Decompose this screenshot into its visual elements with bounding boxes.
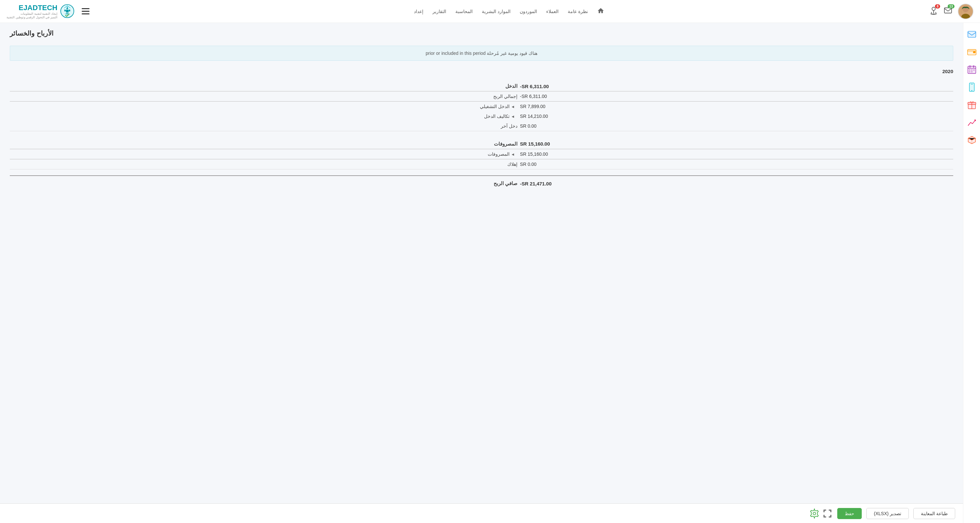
navbar: 13 8 إعداد التقارير المحاسبة الموارد الب… (0, 0, 980, 23)
logo-icon (60, 4, 75, 18)
spacer-row (10, 131, 953, 138)
info-banner-text: هناك قيود يومية غير مُرحلة prior or incl… (426, 51, 538, 56)
gross-profit-label: إجمالي الربح (10, 91, 519, 101)
page-title: الأرباح والخسائر (10, 29, 54, 37)
other-income-row: SR 0.00 دخل آخر (10, 121, 953, 131)
sidebar-gift-icon[interactable] (965, 98, 979, 112)
expand-expenses[interactable]: ◄ (511, 152, 517, 157)
income-costs-value: SR 14,210.00 (519, 111, 953, 121)
navbar-center: إعداد التقارير المحاسبة الموارد البشرية … (414, 7, 605, 15)
print-button[interactable]: طباعة المعاينة (913, 508, 955, 519)
navbar-right: 13 8 (929, 3, 974, 19)
expenses-subtotal-value: SR 15,160.00 (519, 149, 953, 159)
report-year: 2020 (10, 68, 953, 74)
net-profit-row: SR 21,471.00- صافي الربح (10, 176, 953, 189)
svg-rect-14 (969, 70, 970, 71)
messages-icon-badge[interactable]: 13 (943, 6, 953, 16)
svg-point-20 (971, 90, 972, 91)
other-income-value: SR 0.00 (519, 121, 953, 131)
expand-operating-income[interactable]: ◄ (511, 105, 517, 109)
income-costs-row: SR 14,210.00 ◄ تكاليف الدخل (10, 111, 953, 121)
svg-point-23 (813, 512, 816, 515)
sidebar-chart-icon[interactable] (965, 115, 979, 130)
brand-subtitle: إيجاد التقنية لتقنية المعلوماتالتميز في … (6, 12, 57, 19)
svg-point-5 (932, 7, 935, 10)
svg-rect-15 (971, 70, 972, 71)
operating-income-row: SR 7,899.00 ◄ الدخل التشغيلي (10, 101, 953, 112)
nav-overview[interactable]: نظرة عامة (568, 9, 588, 14)
income-costs-label: ◄ تكاليف الدخل (10, 111, 519, 121)
brand-name: EJADTECH (19, 3, 57, 12)
settings-icon[interactable] (809, 508, 819, 519)
home-icon[interactable] (597, 7, 605, 15)
expand-income-costs[interactable]: ◄ (511, 114, 517, 119)
operating-income-label: ◄ الدخل التشغيلي (10, 101, 519, 112)
gross-profit-row: SR 6,311.00- إجمالي الربح (10, 91, 953, 101)
income-header-value: SR 6,311.00- (519, 80, 953, 91)
svg-rect-8 (967, 31, 975, 38)
nav-vendors[interactable]: الموردون (520, 9, 537, 14)
nav-reports[interactable]: التقارير (433, 9, 446, 14)
spacer-row-2 (10, 169, 953, 176)
nav-hr[interactable]: الموارد البشرية (482, 9, 511, 14)
logo-area: EJADTECH إيجاد التقنية لتقنية المعلوماتا… (6, 3, 75, 19)
svg-rect-4 (944, 8, 951, 13)
main-content: الأرباح والخسائر هناك قيود يومية غير مُر… (0, 23, 963, 503)
alerts-badge: 8 (935, 4, 940, 8)
income-header-row: SR 6,311.00- الدخل (10, 80, 953, 91)
operating-income-value: SR 7,899.00 (519, 101, 953, 112)
expenses-header-value: SR 15,160.00 (519, 138, 953, 149)
right-sidebar (963, 23, 980, 523)
nav-accounting[interactable]: المحاسبة (455, 9, 473, 14)
footer-bar: طباعة المعاينة تصدير (XLSX) حفظ (0, 503, 963, 523)
nav-customers[interactable]: العملاء (546, 9, 558, 14)
fullscreen-icon[interactable] (822, 508, 833, 519)
sidebar-phone-icon[interactable] (965, 80, 979, 94)
hamburger-menu[interactable] (82, 8, 89, 14)
avatar[interactable] (958, 3, 974, 19)
net-profit-label: صافي الربح (10, 176, 519, 189)
sidebar-wallet-icon[interactable] (965, 45, 979, 59)
other-income-label: دخل آخر (10, 121, 519, 131)
sidebar-calendar-icon[interactable] (965, 62, 979, 77)
messages-badge: 13 (948, 4, 955, 8)
sidebar-cube-icon[interactable] (965, 133, 979, 147)
logo-text: EJADTECH إيجاد التقنية لتقنية المعلوماتا… (6, 3, 57, 19)
svg-point-3 (963, 6, 969, 12)
depreciation-value: SR 0.00 (519, 159, 953, 169)
expenses-subtotal-row: SR 15,160.00 ◄ المصروفات (10, 149, 953, 159)
info-banner: هناك قيود يومية غير مُرحلة prior or incl… (10, 46, 953, 61)
svg-rect-16 (973, 70, 974, 71)
navbar-left: EJADTECH إيجاد التقنية لتقنية المعلوماتا… (6, 3, 89, 19)
export-button[interactable]: تصدير (XLSX) (866, 508, 909, 519)
report-table: SR 6,311.00- الدخل SR 6,311.00- إجمالي ا… (10, 80, 953, 189)
gross-profit-value: SR 6,311.00- (519, 91, 953, 101)
svg-rect-10 (973, 51, 975, 53)
save-button[interactable]: حفظ (837, 508, 862, 519)
svg-point-7 (66, 10, 68, 13)
alerts-icon-badge[interactable]: 8 (929, 6, 938, 16)
net-profit-value: SR 21,471.00- (519, 176, 953, 189)
expenses-subtotal-label: ◄ المصروفات (10, 149, 519, 159)
depreciation-label: إهلاك (10, 159, 519, 169)
page-title-bar: الأرباح والخسائر (10, 29, 953, 41)
svg-rect-18 (971, 71, 972, 73)
nav-setup[interactable]: إعداد (414, 9, 423, 14)
depreciation-row: SR 0.00 إهلاك (10, 159, 953, 169)
footer-right (809, 508, 833, 519)
svg-rect-17 (969, 71, 970, 73)
expenses-header-row: SR 15,160.00 المصروفات (10, 138, 953, 149)
income-header-label: الدخل (10, 80, 519, 91)
sidebar-email-icon[interactable] (965, 27, 979, 41)
expenses-header-label: المصروفات (10, 138, 519, 149)
